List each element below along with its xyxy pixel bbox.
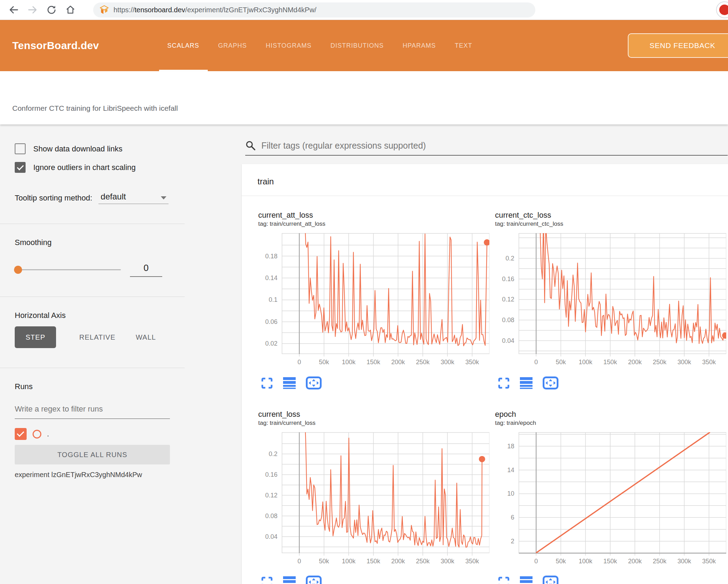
smoothing-slider-row: 0 [15, 263, 170, 277]
svg-text:250k: 250k [416, 558, 430, 565]
svg-text:0.14: 0.14 [265, 274, 277, 281]
divider [0, 224, 185, 224]
show-download-links-checkbox[interactable] [15, 143, 26, 154]
checkbox-label: Show data download links [33, 144, 122, 154]
svg-text:2: 2 [511, 538, 514, 545]
chart-title: current_ctc_loss [495, 211, 726, 220]
divider [0, 297, 185, 297]
tab-distributions[interactable]: DISTRIBUTIONS [321, 20, 393, 71]
fit-domain-icon[interactable] [306, 576, 322, 584]
svg-text:150k: 150k [366, 558, 380, 565]
content: Show data download links Ignore outliers… [0, 124, 728, 584]
runs-label: Runs [15, 382, 170, 391]
home-icon[interactable] [65, 5, 76, 15]
runs-filter-input[interactable] [15, 405, 170, 419]
chart-actions [258, 576, 489, 584]
smoothing-value[interactable]: 0 [130, 263, 162, 277]
expand-chart-icon[interactable] [498, 377, 510, 389]
fit-domain-icon[interactable] [306, 376, 322, 389]
svg-text:150k: 150k [603, 359, 617, 366]
chart-tag: tag: train/current_loss [258, 419, 489, 427]
back-icon[interactable] [8, 5, 19, 15]
svg-text:50k: 50k [556, 359, 566, 366]
svg-text:350k: 350k [465, 359, 479, 366]
ignore-outliers-row: Ignore outliers in chart scaling [15, 162, 170, 173]
slider-thumb[interactable] [14, 266, 22, 274]
tooltip-sorting-select[interactable]: default [98, 192, 169, 204]
tab-hparams[interactable]: HPARAMS [393, 20, 445, 71]
tab-graphs[interactable]: GRAPHS [209, 20, 256, 71]
chart-plot[interactable]: 26101418050k100k150k200k250k300k350k [495, 432, 726, 566]
svg-text:0.06: 0.06 [265, 318, 277, 325]
checkbox-label: Ignore outliers in chart scaling [33, 163, 136, 172]
search-icon [245, 140, 256, 151]
svg-text:300k: 300k [441, 359, 455, 366]
brand-title[interactable]: TensorBoard.dev [12, 40, 99, 52]
svg-text:0.04: 0.04 [265, 533, 277, 540]
chart-plot[interactable]: 0.040.080.120.160.2050k100k150k200k250k3… [258, 432, 489, 566]
tab-scalars[interactable]: SCALARS [158, 20, 209, 71]
smoothing-label: Smoothing [15, 238, 170, 247]
experiment-title-bar: Conformer CTC training for LibriSpeech w… [0, 71, 728, 124]
expand-chart-icon[interactable] [261, 576, 273, 584]
run-checkbox[interactable] [15, 428, 27, 440]
experiment-title: Conformer CTC training for LibriSpeech w… [12, 104, 728, 113]
tooltip-sorting-row: Tooltip sorting method: default [15, 192, 170, 204]
data-table-icon[interactable] [282, 377, 296, 389]
svg-text:350k: 350k [465, 558, 479, 565]
svg-text:0.2: 0.2 [506, 255, 514, 262]
data-table-icon[interactable] [519, 377, 533, 389]
tab-text[interactable]: TEXT [445, 20, 482, 71]
toggle-all-runs-button[interactable]: TOGGLE ALL RUNS [15, 445, 170, 464]
svg-text:0.1: 0.1 [269, 296, 277, 303]
fit-domain-icon[interactable] [543, 576, 558, 584]
svg-text:100k: 100k [342, 558, 356, 565]
scalar-chart-card: epochtag: train/epoch26101418050k100k150… [495, 410, 726, 584]
svg-text:0.04: 0.04 [502, 337, 514, 344]
section-title-train[interactable]: train [242, 164, 728, 196]
svg-text:0.12: 0.12 [502, 296, 514, 303]
tooltip-sorting-label: Tooltip sorting method: [15, 193, 92, 204]
svg-text:0.02: 0.02 [265, 340, 277, 347]
svg-text:18: 18 [507, 443, 514, 450]
url-bar[interactable]: https://tensorboard.dev/experiment/lzGnE… [93, 2, 535, 18]
chart-title: current_loss [258, 410, 489, 419]
svg-text:200k: 200k [628, 558, 642, 565]
data-table-icon[interactable] [282, 576, 296, 584]
svg-text:150k: 150k [603, 558, 617, 565]
svg-text:0: 0 [297, 359, 301, 366]
chart-plot[interactable]: 0.020.060.10.140.18050k100k150k200k250k3… [258, 233, 489, 367]
svg-text:6: 6 [511, 514, 514, 521]
svg-text:100k: 100k [342, 359, 356, 366]
chart-actions [495, 376, 726, 389]
svg-text:0.2: 0.2 [269, 450, 277, 457]
profile-avatar[interactable] [716, 1, 728, 18]
ignore-outliers-checkbox[interactable] [15, 162, 26, 173]
main-nav: SCALARS GRAPHS HISTOGRAMS DISTRIBUTIONS … [158, 20, 482, 71]
chart-tag: tag: train/epoch [495, 419, 726, 427]
svg-text:0.18: 0.18 [265, 253, 277, 260]
svg-text:14: 14 [507, 467, 514, 474]
svg-text:0.12: 0.12 [265, 492, 277, 499]
expand-chart-icon[interactable] [261, 377, 273, 389]
axis-option-wall[interactable]: WALL [131, 326, 160, 348]
send-feedback-button[interactable]: SEND FEEDBACK [628, 33, 728, 58]
svg-text:350k: 350k [702, 359, 716, 366]
svg-text:100k: 100k [579, 359, 593, 366]
chart-plot[interactable]: 0.040.080.120.160.2050k100k150k200k250k3… [495, 233, 726, 367]
tab-histograms[interactable]: HISTOGRAMS [256, 20, 321, 71]
data-table-icon[interactable] [519, 576, 533, 584]
axis-option-relative[interactable]: RELATIVE [75, 326, 119, 348]
chevron-down-icon [161, 196, 166, 199]
chart-title: current_att_loss [258, 211, 489, 220]
reload-icon[interactable] [46, 5, 57, 15]
smoothing-slider[interactable] [15, 269, 121, 270]
fit-domain-icon[interactable] [543, 376, 558, 389]
forward-icon[interactable] [27, 5, 38, 15]
svg-text:0: 0 [534, 359, 538, 366]
axis-option-step[interactable]: STEP [15, 326, 56, 348]
chart-actions [495, 576, 726, 584]
expand-chart-icon[interactable] [498, 576, 510, 584]
svg-text:250k: 250k [653, 558, 667, 565]
tag-filter-input[interactable] [261, 141, 728, 151]
